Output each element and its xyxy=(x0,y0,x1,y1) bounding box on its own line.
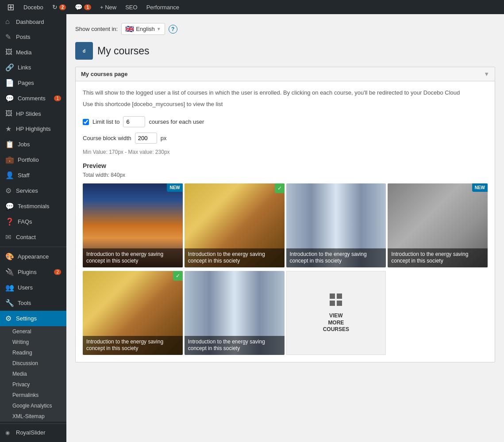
sidebar-subitem-permalinks[interactable]: Permalinks xyxy=(0,390,66,400)
media-icon: 🖼 xyxy=(5,48,12,56)
sidebar-item-links[interactable]: 🔗 Links xyxy=(0,60,66,75)
widget-box-header[interactable]: My courses page ▼ xyxy=(76,67,495,81)
course-card-label-3: Introduction to the energy saving concep… xyxy=(286,248,386,267)
sidebar-label-comments: Comments xyxy=(18,95,46,102)
total-width-text: Total width: 840px xyxy=(83,172,488,178)
comments-button[interactable]: 💬 1 xyxy=(71,0,95,14)
sidebar-subitem-privacy[interactable]: Privacy xyxy=(0,379,66,390)
updates-button[interactable]: ↻ 2 xyxy=(49,0,70,14)
comments-icon: 💬 xyxy=(75,4,82,11)
sidebar-item-hp-slides[interactable]: 🖼 HP Slides xyxy=(0,106,66,121)
main-content: Show content in: 🇬🇧 English ▼ ? d My cou… xyxy=(66,14,504,442)
hp-highlights-icon: ★ xyxy=(5,125,12,133)
sidebar-subitem-writing[interactable]: Writing xyxy=(0,337,66,347)
sidebar-item-royalslider[interactable]: ◉ RoyalSlider xyxy=(0,426,66,439)
block-width-input[interactable] xyxy=(135,133,157,144)
view-more-icon xyxy=(329,293,343,310)
view-more-card[interactable]: VIEW MORE COURSES xyxy=(286,271,386,355)
badge-new-4: NEW xyxy=(472,183,488,192)
performance-bar-button[interactable]: Performance xyxy=(143,0,183,14)
plugin-logo-text: d xyxy=(83,49,85,53)
limit-value-input[interactable] xyxy=(123,116,145,127)
sidebar: ⌂ Dashboard ✎ Posts 🖼 Media 🔗 Links 📄 Pa… xyxy=(0,14,66,442)
language-select[interactable]: 🇬🇧 English ▼ xyxy=(121,23,165,35)
settings-submenu: General Writing Reading Discussion Media… xyxy=(0,326,66,422)
limit-checkbox[interactable] xyxy=(83,119,89,125)
info-text-2: Use this shortcode [docebo_mycourses] to… xyxy=(83,100,488,109)
sidebar-label-posts: Posts xyxy=(16,34,31,40)
sidebar-subitem-media[interactable]: Media xyxy=(0,369,66,379)
sidebar-item-services[interactable]: ⚙ Services xyxy=(0,183,66,198)
plugins-badge: 2 xyxy=(54,269,61,275)
sidebar-item-tools[interactable]: 🔧 Tools xyxy=(0,295,66,311)
page-header: d My courses xyxy=(75,42,495,60)
updates-badge: 2 xyxy=(59,4,66,10)
permalinks-label: Permalinks xyxy=(12,392,38,398)
sidebar-item-hp-highlights[interactable]: ★ HP Highlights xyxy=(0,121,66,137)
widget-box-title: My courses page xyxy=(81,71,128,77)
performance-bar-label: Performance xyxy=(146,4,179,11)
sidebar-label-pages: Pages xyxy=(18,80,34,86)
appearance-icon: 🎨 xyxy=(5,252,14,261)
course-card-label-5: Introduction to the energy saving concep… xyxy=(83,336,183,355)
sidebar-subitem-xml-sitemap[interactable]: XML-Sitemap xyxy=(0,411,66,422)
hp-slides-icon: 🖼 xyxy=(5,110,12,118)
sidebar-item-testimonials[interactable]: 💬 Testimonials xyxy=(0,198,66,214)
sidebar-item-media[interactable]: 🖼 Media xyxy=(0,45,66,60)
wp-logo-button[interactable]: ⊞ xyxy=(4,0,18,14)
sidebar-label-media: Media xyxy=(16,49,31,56)
site-name-button[interactable]: Docebo xyxy=(20,0,47,14)
sidebar-subitem-google-analytics[interactable]: Google Analytics xyxy=(0,400,66,411)
course-card-label-6: Introduction to the energy saving concep… xyxy=(185,336,285,355)
xml-sitemap-label: XML-Sitemap xyxy=(12,413,45,419)
badge-check-5: ✓ xyxy=(173,271,183,281)
users-icon: 👥 xyxy=(5,283,14,292)
sidebar-item-comments[interactable]: 💬 Comments 1 xyxy=(0,91,66,106)
sidebar-item-dashboard[interactable]: ⌂ Dashboard xyxy=(0,14,66,29)
sidebar-item-contact[interactable]: ✉ Contact xyxy=(0,229,66,245)
sidebar-item-staff[interactable]: 👤 Staff xyxy=(0,168,66,183)
sidebar-item-docebo[interactable]: d Docebo xyxy=(0,439,66,442)
updates-icon: ↻ xyxy=(52,4,58,11)
sidebar-subitem-discussion[interactable]: Discussion xyxy=(0,358,66,369)
comments-badge: 1 xyxy=(84,4,91,10)
sidebar-label-contact: Contact xyxy=(16,234,36,240)
sidebar-item-users[interactable]: 👥 Users xyxy=(0,280,66,295)
course-card-1[interactable]: NEW Introduction to the energy saving co… xyxy=(83,183,183,267)
help-button[interactable]: ? xyxy=(169,25,177,34)
sidebar-label-plugins: Plugins xyxy=(18,269,37,275)
course-card-3[interactable]: Introduction to the energy saving concep… xyxy=(286,183,386,267)
wp-icon: ⊞ xyxy=(7,2,15,12)
sidebar-item-plugins[interactable]: 🔌 Plugins 2 xyxy=(0,264,66,280)
svg-rect-3 xyxy=(337,301,342,306)
badge-new-1: NEW xyxy=(167,183,182,192)
min-max-text: Min Value: 170px - Max value: 230px xyxy=(83,149,488,155)
sidebar-label-hp-highlights: HP Highlights xyxy=(16,126,51,132)
sidebar-label-royalslider: RoyalSlider xyxy=(16,429,45,436)
sidebar-item-pages[interactable]: 📄 Pages xyxy=(0,75,66,91)
sidebar-label-users: Users xyxy=(18,284,33,291)
show-content-label: Show content in: xyxy=(75,26,118,32)
course-card-label-2: Introduction to the energy saving concep… xyxy=(185,248,285,267)
sidebar-subitem-reading[interactable]: Reading xyxy=(0,347,66,358)
sidebar-item-posts[interactable]: ✎ Posts xyxy=(0,29,66,45)
course-card-2[interactable]: ✓ Introduction to the energy saving conc… xyxy=(185,183,285,267)
sidebar-item-appearance[interactable]: 🎨 Appearance xyxy=(0,249,66,264)
course-card-5[interactable]: ✓ Introduction to the energy saving conc… xyxy=(83,271,183,355)
course-grid-row1: NEW Introduction to the energy saving co… xyxy=(83,183,488,267)
sidebar-item-jobs[interactable]: 📋 Jobs xyxy=(0,137,66,152)
plugins-icon: 🔌 xyxy=(5,268,14,276)
seo-button[interactable]: SEO xyxy=(122,0,141,14)
sidebar-subitem-general[interactable]: General xyxy=(0,326,66,337)
course-card-4[interactable]: NEW Introduction to the energy saving co… xyxy=(388,183,488,267)
dashboard-icon: ⌂ xyxy=(5,18,12,26)
sidebar-item-portfolio[interactable]: 💼 Portfolio xyxy=(0,152,66,168)
sidebar-item-settings[interactable]: ⚙ Settings xyxy=(0,311,66,326)
site-name-label: Docebo xyxy=(23,4,43,11)
new-button[interactable]: + New xyxy=(96,0,120,14)
comments-sidebar-icon: 💬 xyxy=(5,94,14,103)
sidebar-item-faqs[interactable]: ❓ FAQs xyxy=(0,214,66,229)
widget-box-body: This will show to the logged user a list… xyxy=(76,81,495,362)
reading-label: Reading xyxy=(12,350,32,356)
course-card-6[interactable]: Introduction to the energy saving concep… xyxy=(185,271,285,355)
